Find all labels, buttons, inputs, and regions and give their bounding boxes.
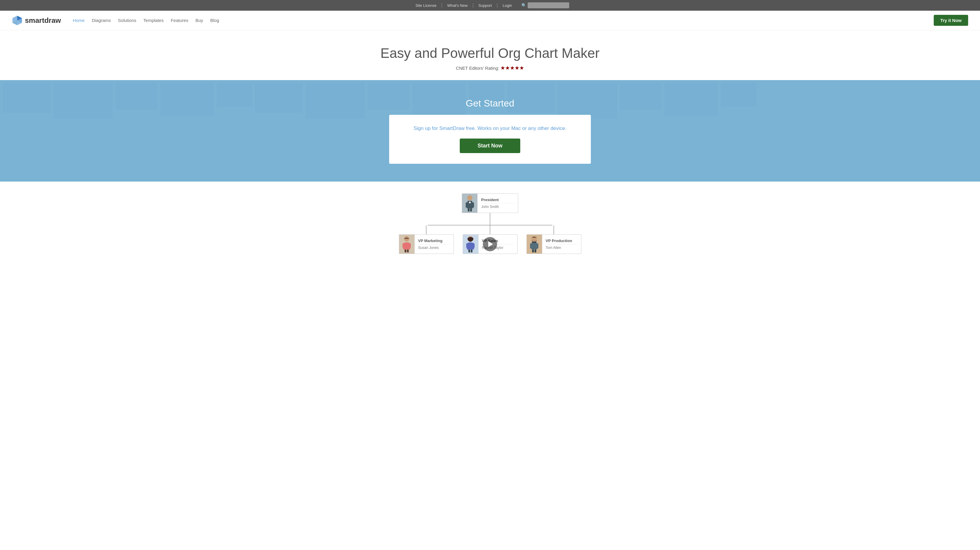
get-started-desc: Sign up for SmartDraw free. Works on you… xyxy=(401,126,579,131)
nav-solutions[interactable]: Solutions xyxy=(118,18,137,23)
svg-rect-29 xyxy=(535,249,536,252)
vp-marketing-node: VP Marketing Susan Jones xyxy=(399,234,454,254)
vp-production-node: VP Production Tom Allen xyxy=(527,234,581,254)
president-name: John Smith xyxy=(481,205,514,209)
president-avatar-svg xyxy=(465,195,475,212)
svg-rect-22 xyxy=(471,249,473,252)
vp-production-info: VP Production Tom Allen xyxy=(542,237,581,252)
svg-rect-10 xyxy=(470,209,472,212)
svg-rect-28 xyxy=(532,249,534,252)
get-started-section: Get Started Sign up for SmartDraw free. … xyxy=(0,80,980,182)
hero-section: Easy and Powerful Org Chart Maker CNET E… xyxy=(0,30,980,80)
try-it-now-button[interactable]: Try it Now xyxy=(934,15,968,26)
president-node: President John Smith xyxy=(462,193,518,213)
svg-rect-21 xyxy=(468,249,470,252)
vp-sales-col: VP Sales Rachel Taylor xyxy=(463,225,518,254)
vp-production-avatar-svg xyxy=(529,236,539,252)
org-chart-section: President John Smith xyxy=(0,182,980,260)
president-avatar xyxy=(462,194,477,213)
org-chart: President John Smith xyxy=(401,193,579,254)
vp-marketing-name: Susan Jones xyxy=(418,246,450,250)
main-nav: smartdraw Home Diagrams Solutions Templa… xyxy=(0,11,980,30)
vp-production-name: Tom Allen xyxy=(546,246,578,250)
nav-blog[interactable]: Blog xyxy=(210,18,219,23)
svg-rect-26 xyxy=(530,243,532,249)
svg-rect-14 xyxy=(402,243,404,248)
hero-rating: CNET Editors' Rating: ★★★★★ xyxy=(6,65,974,71)
top-bar: Site License | What's New | Support | Lo… xyxy=(0,0,980,11)
svg-rect-24 xyxy=(532,242,536,243)
svg-rect-7 xyxy=(466,202,468,208)
search-wrap: 🔍 xyxy=(522,2,569,8)
svg-rect-17 xyxy=(407,249,409,252)
vp-group: VP Marketing Susan Jones xyxy=(401,225,579,254)
hero-stars: ★★★★★ xyxy=(500,65,524,71)
nav-home[interactable]: Home xyxy=(73,18,84,23)
nav-links: Home Diagrams Solutions Templates Featur… xyxy=(73,18,934,23)
vp-marketing-col: VP Marketing Susan Jones xyxy=(399,225,454,254)
vp-sales-avatar xyxy=(463,235,479,253)
hero-heading: Easy and Powerful Org Chart Maker xyxy=(6,45,974,61)
get-started-card: Sign up for SmartDraw free. Works on you… xyxy=(389,115,591,164)
vp-production-avatar xyxy=(527,235,542,253)
connector-president-to-vps xyxy=(490,213,490,225)
nav-diagrams[interactable]: Diagrams xyxy=(92,18,111,23)
svg-rect-9 xyxy=(468,209,469,212)
svg-rect-15 xyxy=(409,243,411,248)
nav-buy[interactable]: Buy xyxy=(196,18,203,23)
vp-marketing-info: VP Marketing Susan Jones xyxy=(415,237,453,252)
connector-vp-production xyxy=(554,225,554,234)
login-link[interactable]: Login xyxy=(498,3,517,8)
svg-rect-16 xyxy=(404,249,406,252)
search-icon: 🔍 xyxy=(522,3,527,8)
vp-marketing-avatar xyxy=(399,235,415,253)
vp-sales-node-wrap: VP Sales Rachel Taylor xyxy=(463,234,518,254)
svg-rect-27 xyxy=(536,243,538,249)
svg-point-4 xyxy=(467,195,473,201)
start-now-button[interactable]: Start Now xyxy=(460,139,520,153)
vp-sales-avatar-svg xyxy=(465,236,476,252)
svg-rect-8 xyxy=(472,202,474,208)
vp-production-col: VP Production Tom Allen xyxy=(527,225,581,254)
whats-new-link[interactable]: What's New xyxy=(442,3,473,8)
support-link[interactable]: Support xyxy=(474,3,497,8)
vp-marketing-avatar-svg xyxy=(401,236,412,252)
vp-marketing-title: VP Marketing xyxy=(418,239,450,244)
get-started-heading: Get Started xyxy=(6,98,974,109)
play-button[interactable] xyxy=(483,237,497,251)
president-title: President xyxy=(481,198,514,204)
nav-features[interactable]: Features xyxy=(171,18,188,23)
site-license-link[interactable]: Site License xyxy=(411,3,441,8)
logo-text: smartdraw xyxy=(25,16,61,25)
vp-production-title: VP Production xyxy=(546,239,578,244)
vp-row: VP Marketing Susan Jones xyxy=(399,225,581,254)
search-input[interactable] xyxy=(528,2,569,8)
svg-rect-19 xyxy=(466,243,468,248)
nav-templates[interactable]: Templates xyxy=(143,18,164,23)
logo[interactable]: smartdraw xyxy=(12,15,61,26)
play-icon xyxy=(488,241,493,247)
connector-vp-sales xyxy=(490,225,490,234)
president-info: President John Smith xyxy=(477,196,518,210)
logo-icon xyxy=(12,15,22,26)
connector-vp-marketing xyxy=(426,225,426,234)
svg-rect-20 xyxy=(473,243,474,248)
